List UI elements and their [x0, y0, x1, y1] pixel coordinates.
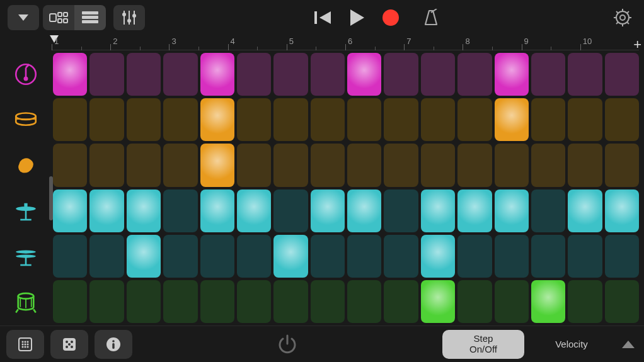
step-cell[interactable]: [200, 235, 234, 278]
step-cell[interactable]: [531, 98, 565, 141]
step-cell[interactable]: [605, 280, 639, 323]
timeline-ruler[interactable]: 12345678910 +: [52, 35, 639, 50]
step-cell[interactable]: [347, 98, 381, 141]
instrument-hihat-closed[interactable]: [4, 189, 48, 232]
step-cell[interactable]: [531, 189, 565, 232]
step-cell[interactable]: [605, 98, 639, 141]
step-cell[interactable]: [568, 235, 602, 278]
mode-arrow-up-button[interactable]: [619, 341, 638, 348]
step-cell[interactable]: [495, 144, 529, 186]
add-bar-button[interactable]: +: [633, 37, 641, 53]
step-cell[interactable]: [273, 53, 308, 96]
step-cell[interactable]: [421, 144, 455, 186]
step-cell[interactable]: [605, 53, 639, 96]
step-cell[interactable]: [127, 144, 161, 186]
step-cell[interactable]: [605, 189, 639, 232]
instrument-kick[interactable]: [4, 53, 48, 96]
mixer-button[interactable]: [113, 5, 145, 30]
step-cell[interactable]: [53, 189, 87, 232]
step-cell[interactable]: [163, 189, 197, 232]
velocity-mode-button[interactable]: Velocity: [531, 330, 612, 359]
instrument-clap[interactable]: [4, 144, 48, 186]
step-cell[interactable]: [421, 189, 455, 232]
step-cell[interactable]: [273, 98, 308, 141]
step-cell[interactable]: [200, 189, 234, 232]
step-cell[interactable]: [531, 235, 565, 278]
record-button[interactable]: [376, 5, 406, 30]
step-cell[interactable]: [421, 280, 455, 323]
step-cell[interactable]: [89, 98, 124, 141]
instrument-hihat-open[interactable]: [4, 235, 48, 278]
step-cell[interactable]: [311, 144, 345, 186]
step-cell[interactable]: [311, 280, 345, 323]
step-onoff-mode-button[interactable]: Step On/Off: [442, 330, 524, 359]
step-cell[interactable]: [89, 235, 124, 278]
step-cell[interactable]: [347, 280, 381, 323]
step-cell[interactable]: [568, 280, 602, 323]
step-cell[interactable]: [421, 53, 455, 96]
info-button[interactable]: [95, 330, 132, 359]
step-cell[interactable]: [311, 53, 345, 96]
step-cell[interactable]: [384, 189, 418, 232]
metronome-button[interactable]: [416, 5, 446, 30]
step-cell[interactable]: [311, 235, 345, 278]
step-cell[interactable]: [605, 235, 639, 278]
step-cell[interactable]: [531, 144, 565, 186]
step-cell[interactable]: [237, 189, 271, 232]
instrument-snare[interactable]: [4, 98, 48, 141]
step-cell[interactable]: [495, 280, 529, 323]
step-cell[interactable]: [347, 235, 381, 278]
step-cell[interactable]: [384, 144, 418, 186]
step-cell[interactable]: [200, 98, 234, 141]
step-cell[interactable]: [384, 53, 418, 96]
play-button[interactable]: [342, 5, 372, 30]
step-cell[interactable]: [237, 280, 271, 323]
step-cell[interactable]: [237, 53, 271, 96]
step-cell[interactable]: [200, 53, 234, 96]
step-cell[interactable]: [273, 280, 308, 323]
step-cell[interactable]: [311, 98, 345, 141]
step-cell[interactable]: [53, 98, 87, 141]
step-cell[interactable]: [127, 235, 161, 278]
step-cell[interactable]: [89, 144, 124, 186]
step-cell[interactable]: [457, 189, 492, 232]
step-cell[interactable]: [89, 53, 124, 96]
step-cell[interactable]: [200, 144, 234, 186]
step-cell[interactable]: [163, 280, 197, 323]
rewind-button[interactable]: [308, 5, 338, 30]
randomize-button[interactable]: [50, 330, 88, 359]
step-cell[interactable]: [53, 235, 87, 278]
step-cell[interactable]: [457, 144, 492, 186]
step-cell[interactable]: [421, 98, 455, 141]
step-cell[interactable]: [531, 53, 565, 96]
step-cell[interactable]: [53, 53, 87, 96]
step-cell[interactable]: [237, 144, 271, 186]
power-button[interactable]: [272, 330, 303, 359]
step-cell[interactable]: [127, 189, 161, 232]
step-cell[interactable]: [311, 189, 345, 232]
step-cell[interactable]: [237, 235, 271, 278]
step-cell[interactable]: [495, 98, 529, 141]
step-cell[interactable]: [568, 98, 602, 141]
step-cell[interactable]: [384, 98, 418, 141]
step-cell[interactable]: [531, 280, 565, 323]
step-cell[interactable]: [237, 98, 271, 141]
settings-button[interactable]: [609, 5, 636, 30]
step-cell[interactable]: [163, 144, 197, 186]
step-cell[interactable]: [127, 98, 161, 141]
step-cell[interactable]: [605, 144, 639, 186]
list-view-button[interactable]: [74, 5, 106, 30]
step-cell[interactable]: [273, 189, 308, 232]
step-cell[interactable]: [163, 235, 197, 278]
step-cell[interactable]: [200, 280, 234, 323]
step-cell[interactable]: [384, 235, 418, 278]
step-cell[interactable]: [273, 235, 308, 278]
step-cell[interactable]: [495, 53, 529, 96]
step-cell[interactable]: [568, 53, 602, 96]
step-cell[interactable]: [568, 189, 602, 232]
step-cell[interactable]: [421, 235, 455, 278]
step-cell[interactable]: [457, 53, 492, 96]
step-cell[interactable]: [347, 189, 381, 232]
step-cell[interactable]: [127, 280, 161, 323]
step-cell[interactable]: [89, 189, 124, 232]
